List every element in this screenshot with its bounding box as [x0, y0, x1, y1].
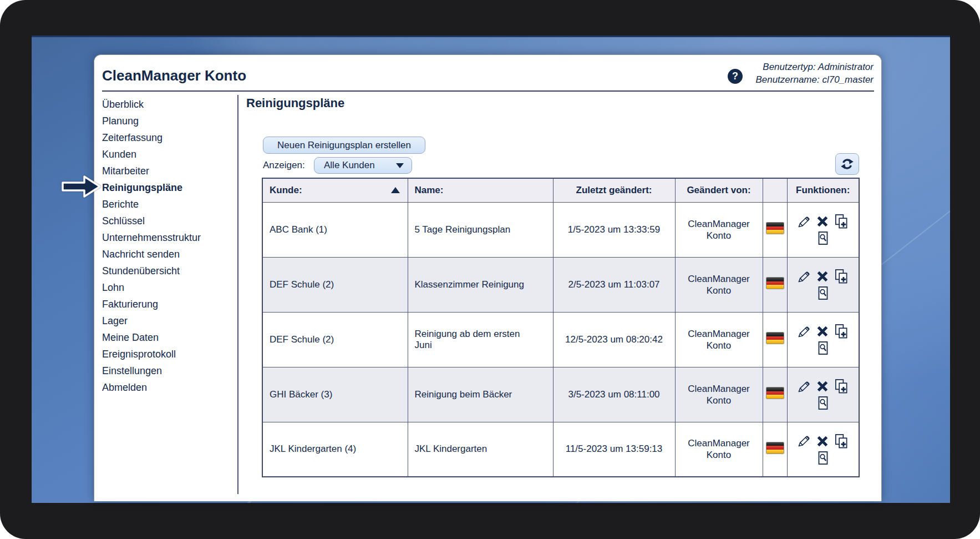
help-glyph: ?: [732, 70, 738, 82]
table-row: JKL Kindergarten (4) JKL Kindergarten 11…: [262, 422, 859, 477]
preview-icon[interactable]: [817, 231, 829, 245]
cell-geaendert-von: CleanManager Konto: [675, 202, 763, 257]
sidebar-item-ereignisprotokoll[interactable]: Ereignisprotokoll: [102, 346, 236, 362]
german-flag-icon: [766, 277, 784, 289]
edit-icon[interactable]: [797, 270, 811, 284]
cell-name: Reinigung ab dem ersten Juni: [408, 312, 553, 367]
table-row: ABC Bank (1) 5 Tage Reinigungsplan 1/5-2…: [262, 202, 859, 257]
table-row: DEF Schule (2) Klassenzimmer Reinigung 2…: [262, 257, 859, 312]
sort-asc-icon: [391, 187, 400, 193]
sidebar-item-planung[interactable]: Planung: [102, 113, 236, 129]
cell-funktionen: [787, 367, 859, 422]
cell-kunde: GHI Bäcker (3): [262, 367, 408, 422]
sidebar-item-reinigungsplaene[interactable]: Reinigungspläne: [102, 179, 236, 196]
create-plan-button[interactable]: Neuen Reinigungsplan erstellen: [263, 137, 425, 154]
cell-geaendert-von: CleanManager Konto: [675, 312, 763, 367]
cell-name: Klassenzimmer Reinigung: [408, 257, 553, 312]
header-divider: [102, 90, 874, 92]
sidebar-item-zeiterfassung[interactable]: Zeiterfassung: [102, 129, 236, 146]
sidebar-item-kunden[interactable]: Kunden: [102, 146, 236, 163]
copy-icon[interactable]: [834, 269, 849, 284]
section-heading: Reinigungspläne: [246, 96, 344, 110]
copy-icon[interactable]: [834, 214, 849, 229]
customer-filter-dropdown[interactable]: Alle Kunden: [314, 157, 412, 174]
sidebar-item-schluessel[interactable]: Schlüssel: [102, 213, 236, 229]
sidebar-divider: [237, 95, 238, 494]
table-header-row: Kunde: Name: Zuletzt geändert: Geändert …: [262, 178, 859, 202]
column-header-geaendert-von[interactable]: Geändert von:: [675, 178, 763, 202]
cell-geaendert-von: CleanManager Konto: [675, 367, 763, 422]
copy-icon[interactable]: [834, 434, 849, 449]
filter-label: Anzeigen:: [263, 160, 305, 171]
column-label: Kunde:: [270, 185, 302, 196]
edit-icon[interactable]: [797, 215, 811, 229]
german-flag-icon: [766, 442, 784, 454]
cell-zuletzt-geaendert: 1/5-2023 um 13:33:59: [553, 202, 675, 257]
device-frame: CleanManager CleanManager Konto ? Benutz…: [0, 0, 980, 539]
cell-kunde: DEF Schule (2): [262, 312, 408, 367]
edit-icon[interactable]: [797, 434, 811, 448]
active-item-arrow-icon: [61, 174, 102, 199]
delete-icon[interactable]: [817, 271, 828, 282]
german-flag-icon: [766, 222, 784, 234]
sidebar-item-abmelden[interactable]: Abmelden: [102, 379, 236, 396]
preview-icon[interactable]: [817, 286, 829, 300]
copy-icon[interactable]: [834, 379, 849, 394]
sidebar-item-lager[interactable]: Lager: [102, 313, 236, 329]
cell-language: [763, 312, 787, 367]
column-header-name[interactable]: Name:: [408, 178, 553, 202]
cell-kunde: JKL Kindergarten (4): [262, 422, 408, 477]
sidebar-item-nachricht-senden[interactable]: Nachricht senden: [102, 246, 236, 263]
cell-kunde: ABC Bank (1): [262, 202, 408, 257]
plans-table: Kunde: Name: Zuletzt geändert: Geändert …: [262, 178, 860, 477]
app-window: CleanManager Konto ? Benutzertyp: Admini…: [94, 54, 882, 501]
sidebar-item-einstellungen[interactable]: Einstellungen: [102, 362, 236, 379]
german-flag-icon: [766, 387, 784, 399]
preview-icon[interactable]: [817, 451, 829, 465]
sidebar-item-ueberblick[interactable]: Überblick: [102, 96, 236, 113]
cell-zuletzt-geaendert: 12/5-2023 um 08:20:42: [553, 312, 675, 367]
sidebar-item-lohn[interactable]: Lohn: [102, 279, 236, 296]
edit-icon[interactable]: [797, 380, 811, 394]
cell-funktionen: [787, 202, 859, 257]
dropdown-value: Alle Kunden: [324, 160, 375, 171]
user-name-label: Benutzername: cl70_master: [755, 73, 874, 86]
delete-icon[interactable]: [817, 381, 828, 392]
table-row: GHI Bäcker (3) Reinigung beim Bäcker 3/5…: [262, 367, 859, 422]
user-info: Benutzertyp: Administrator Benutzername:…: [755, 61, 874, 86]
cell-language: [763, 202, 787, 257]
user-type-label: Benutzertyp: Administrator: [755, 61, 874, 73]
column-header-funktionen: Funktionen:: [787, 178, 859, 202]
help-icon[interactable]: ?: [728, 69, 743, 84]
table-row: DEF Schule (2) Reinigung ab dem ersten J…: [262, 312, 859, 367]
cell-geaendert-von: CleanManager Konto: [675, 257, 763, 312]
cell-language: [763, 422, 787, 477]
chevron-down-icon: [396, 163, 404, 168]
edit-icon[interactable]: [797, 325, 811, 339]
delete-icon[interactable]: [817, 436, 828, 447]
preview-icon[interactable]: [817, 396, 829, 410]
cell-funktionen: [787, 422, 859, 477]
column-header-flag: [763, 178, 787, 202]
refresh-button[interactable]: [835, 153, 859, 175]
page-title: CleanManager Konto: [102, 67, 246, 84]
column-header-kunde[interactable]: Kunde:: [262, 178, 408, 202]
cell-zuletzt-geaendert: 11/5-2023 um 13:59:13: [553, 422, 675, 477]
sidebar-item-fakturierung[interactable]: Fakturierung: [102, 296, 236, 313]
sidebar-nav: ÜberblickPlanungZeiterfassungKundenMitar…: [102, 96, 236, 396]
sidebar-item-unternehmensstruktur[interactable]: Unternehmensstruktur: [102, 229, 236, 246]
cell-name: JKL Kindergarten: [408, 422, 553, 477]
sidebar-item-mitarbeiter[interactable]: Mitarbeiter: [102, 163, 236, 179]
sidebar-item-berichte[interactable]: Berichte: [102, 196, 236, 213]
screenshot-stage: CleanManager CleanManager Konto ? Benutz…: [0, 0, 980, 539]
delete-icon[interactable]: [817, 216, 828, 227]
column-header-zuletzt-geaendert[interactable]: Zuletzt geändert:: [553, 178, 675, 202]
cell-funktionen: [787, 312, 859, 367]
copy-icon[interactable]: [834, 324, 849, 339]
cell-geaendert-von: CleanManager Konto: [675, 422, 763, 477]
sidebar-item-meine-daten[interactable]: Meine Daten: [102, 329, 236, 346]
sidebar-item-stundenuebersicht[interactable]: Stundenübersicht: [102, 263, 236, 279]
delete-icon[interactable]: [817, 326, 828, 337]
preview-icon[interactable]: [817, 341, 829, 355]
cell-funktionen: [787, 257, 859, 312]
